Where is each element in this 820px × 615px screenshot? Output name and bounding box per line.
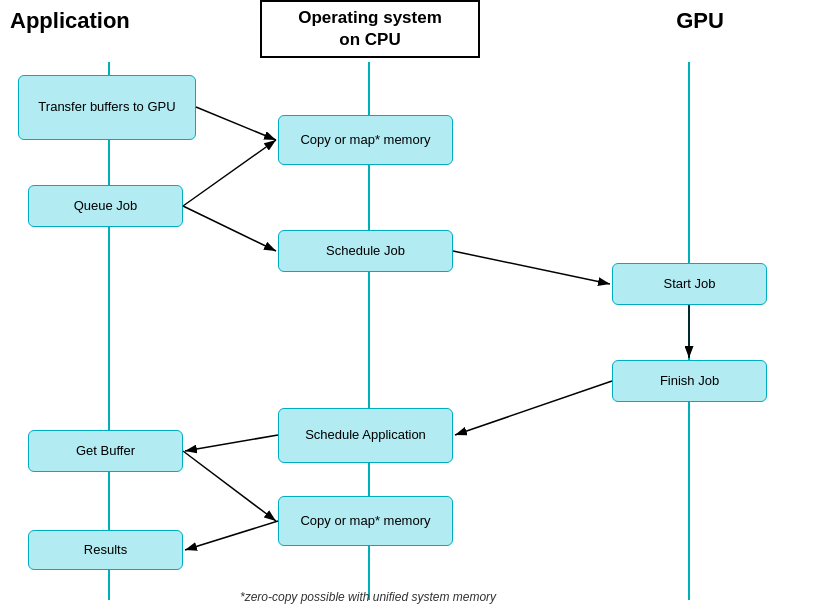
box-schedule-application: Schedule Application — [278, 408, 453, 463]
vline-gpu — [688, 62, 690, 600]
svg-line-6 — [455, 381, 612, 435]
svg-line-4 — [453, 251, 610, 284]
box-schedule-job: Schedule Job — [278, 230, 453, 272]
diagram-container: Application Operating system on CPU GPU … — [0, 0, 820, 615]
header-gpu: GPU — [600, 0, 800, 34]
header-os: Operating system on CPU — [260, 0, 480, 58]
svg-line-3 — [183, 206, 276, 251]
svg-line-9 — [185, 521, 278, 550]
header-application: Application — [0, 0, 220, 34]
box-copy-map-2: Copy or map* memory — [278, 496, 453, 546]
box-finish-job: Finish Job — [612, 360, 767, 402]
svg-line-8 — [183, 451, 276, 521]
svg-line-2 — [183, 140, 276, 206]
box-copy-map-1: Copy or map* memory — [278, 115, 453, 165]
svg-line-7 — [185, 435, 278, 451]
box-results: Results — [28, 530, 183, 570]
svg-line-1 — [196, 107, 276, 140]
box-transfer-buffers: Transfer buffers to GPU — [18, 75, 196, 140]
box-start-job: Start Job — [612, 263, 767, 305]
box-get-buffer: Get Buffer — [28, 430, 183, 472]
footnote: *zero-copy possible with unified system … — [240, 590, 496, 604]
vline-app — [108, 62, 110, 600]
box-queue-job: Queue Job — [28, 185, 183, 227]
